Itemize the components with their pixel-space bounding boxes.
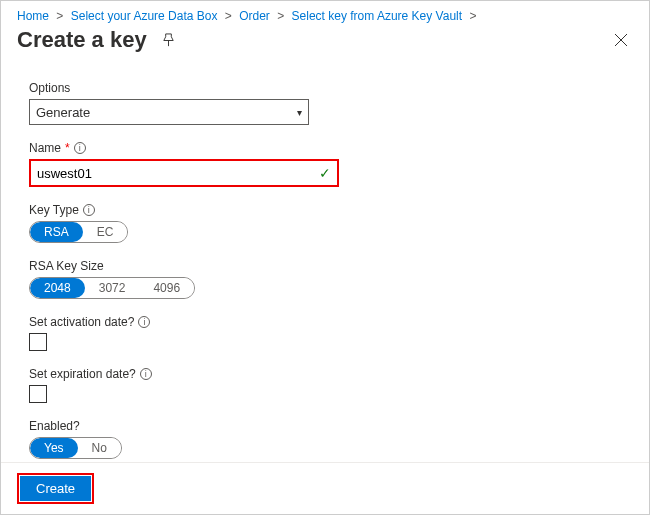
enabled-yes[interactable]: Yes bbox=[30, 438, 78, 458]
chevron-right-icon: > bbox=[277, 9, 284, 23]
key-type-ec[interactable]: EC bbox=[83, 222, 128, 242]
info-icon[interactable]: i bbox=[74, 142, 86, 154]
info-icon[interactable]: i bbox=[83, 204, 95, 216]
rsa-size-4096[interactable]: 4096 bbox=[139, 278, 194, 298]
breadcrumb-databox[interactable]: Select your Azure Data Box bbox=[71, 9, 218, 23]
expiration-checkbox[interactable] bbox=[29, 385, 47, 403]
page-title: Create a key bbox=[17, 27, 147, 53]
chevron-right-icon: > bbox=[225, 9, 232, 23]
close-icon[interactable] bbox=[609, 28, 633, 52]
title-row: Create a key bbox=[1, 27, 649, 61]
activation-label: Set activation date? bbox=[29, 315, 134, 329]
options-select[interactable]: Generate ▾ bbox=[29, 99, 309, 125]
enabled-no[interactable]: No bbox=[78, 438, 121, 458]
enabled-label: Enabled? bbox=[29, 419, 80, 433]
name-input-wrap: ✓ bbox=[29, 159, 339, 187]
create-button[interactable]: Create bbox=[20, 476, 91, 501]
required-asterisk: * bbox=[65, 141, 70, 155]
name-label: Name bbox=[29, 141, 61, 155]
breadcrumb: Home > Select your Azure Data Box > Orde… bbox=[1, 1, 649, 27]
key-type-rsa[interactable]: RSA bbox=[30, 222, 83, 242]
chevron-right-icon: > bbox=[56, 9, 63, 23]
key-type-label: Key Type bbox=[29, 203, 79, 217]
breadcrumb-order[interactable]: Order bbox=[239, 9, 270, 23]
rsa-size-toggle: 2048 3072 4096 bbox=[29, 277, 195, 299]
activation-checkbox[interactable] bbox=[29, 333, 47, 351]
footer: Create bbox=[1, 462, 649, 514]
form-panel: Options Generate ▾ Name * i ✓ Key Type i… bbox=[1, 61, 649, 459]
rsa-size-3072[interactable]: 3072 bbox=[85, 278, 140, 298]
info-icon[interactable]: i bbox=[140, 368, 152, 380]
key-type-toggle: RSA EC bbox=[29, 221, 128, 243]
options-value: Generate bbox=[36, 105, 90, 120]
enabled-toggle: Yes No bbox=[29, 437, 122, 459]
expiration-label: Set expiration date? bbox=[29, 367, 136, 381]
chevron-right-icon: > bbox=[469, 9, 476, 23]
checkmark-icon: ✓ bbox=[319, 165, 331, 181]
rsa-size-2048[interactable]: 2048 bbox=[30, 278, 85, 298]
breadcrumb-select-key[interactable]: Select key from Azure Key Vault bbox=[292, 9, 463, 23]
create-highlight: Create bbox=[17, 473, 94, 504]
breadcrumb-home[interactable]: Home bbox=[17, 9, 49, 23]
info-icon[interactable]: i bbox=[138, 316, 150, 328]
name-input[interactable] bbox=[37, 166, 297, 181]
options-label: Options bbox=[29, 81, 70, 95]
rsa-size-label: RSA Key Size bbox=[29, 259, 104, 273]
pin-icon[interactable] bbox=[157, 28, 181, 52]
chevron-down-icon: ▾ bbox=[297, 107, 302, 118]
